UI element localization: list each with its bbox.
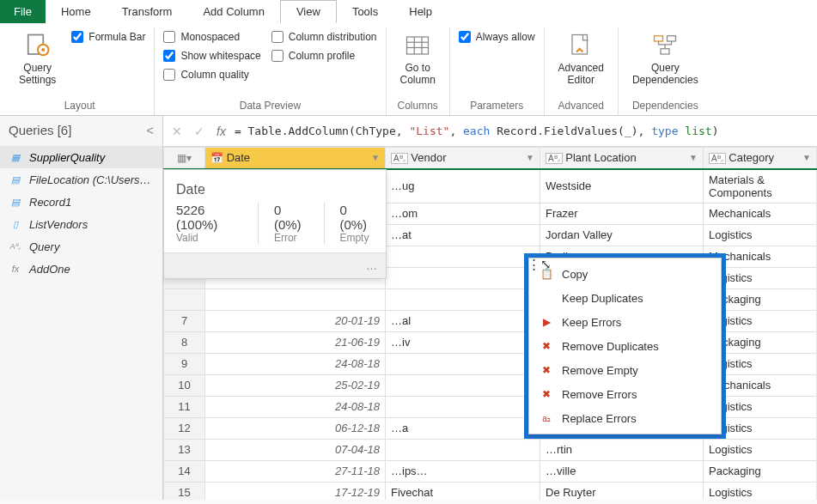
column-quality-check[interactable]: Column quality: [163, 69, 260, 81]
chevron-down-icon[interactable]: ▼: [526, 153, 534, 162]
row-number[interactable]: 14: [164, 460, 205, 482]
cell-plant[interactable]: …rtin: [540, 439, 704, 460]
monospaced-check[interactable]: Monospaced: [163, 31, 260, 43]
cell-date[interactable]: 06-12-18: [205, 417, 386, 439]
keep-dup-icon: [540, 291, 553, 305]
cell-date[interactable]: 25-02-19: [205, 374, 386, 396]
cell-plant[interactable]: De Ruyter: [540, 482, 704, 500]
col-header-date[interactable]: 📅 Date▼: [205, 148, 386, 169]
col-header-vendor[interactable]: Aᴮ꜀ Vendor▼: [386, 148, 540, 169]
ctx-keep-duplicates[interactable]: Keep Duplicates: [529, 286, 721, 310]
query-item-filelocation[interactable]: ▤ FileLocation (C:\Users…: [0, 168, 162, 191]
rownum-header[interactable]: ▦▾: [164, 148, 205, 169]
cell-vendor[interactable]: …at: [386, 224, 540, 246]
cell-date[interactable]: 17-12-19: [205, 482, 386, 500]
chevron-down-icon[interactable]: ▼: [371, 153, 380, 162]
cell-category[interactable]: Materials & Components: [704, 169, 817, 203]
col-header-plant[interactable]: Aᴮ꜀ Plant Location▼: [540, 148, 704, 169]
ctx-replace-errors[interactable]: a₂Replace Errors: [529, 406, 721, 430]
svg-rect-9: [655, 36, 663, 41]
cell-vendor[interactable]: [386, 267, 540, 288]
ctx-remove-errors[interactable]: ✖Remove Errors: [529, 382, 721, 406]
formula-bar-check[interactable]: Formula Bar: [71, 31, 145, 43]
query-item-record1[interactable]: ▤ Record1: [0, 191, 162, 213]
chevron-down-icon[interactable]: ▼: [689, 153, 698, 162]
cell-date[interactable]: 07-04-18: [205, 439, 386, 460]
ctx-remove-empty[interactable]: ✖Remove Empty: [529, 358, 721, 382]
stats-more-button[interactable]: …: [164, 252, 386, 278]
row-number[interactable]: 7: [164, 310, 205, 331]
row-number[interactable]: 15: [164, 482, 205, 500]
cell-plant[interactable]: Frazer: [540, 203, 704, 224]
cell-vendor[interactable]: …om: [386, 203, 540, 224]
chevron-down-icon[interactable]: ▼: [802, 153, 811, 162]
table-row[interactable]: 1517-12-19FivechatDe RuyterLogistics: [164, 482, 817, 500]
tab-help[interactable]: Help: [393, 0, 448, 23]
ctx-remove-duplicates[interactable]: ✖Remove Duplicates: [529, 334, 721, 358]
advanced-editor-button[interactable]: Advanced Editor: [553, 27, 609, 89]
column-distribution-check[interactable]: Column distribution: [271, 31, 377, 43]
query-settings-button[interactable]: Query Settings: [14, 27, 61, 89]
cell-vendor[interactable]: [386, 439, 540, 460]
cell-vendor[interactable]: [386, 396, 540, 417]
cell-date[interactable]: 24-08-18: [205, 353, 386, 374]
cell-date[interactable]: 21-06-19: [205, 331, 386, 353]
cell-plant[interactable]: Westside: [540, 169, 704, 203]
cell-vendor[interactable]: …ug: [386, 169, 540, 203]
column-profile-check[interactable]: Column profile: [271, 50, 377, 62]
formula-accept-icon[interactable]: ✓: [194, 124, 208, 138]
row-number[interactable]: 13: [164, 439, 205, 460]
tab-tools[interactable]: Tools: [337, 0, 393, 23]
cell-category[interactable]: Packaging: [704, 460, 817, 482]
tab-view[interactable]: View: [280, 0, 337, 23]
table-row[interactable]: 1307-04-18…rtinLogistics: [164, 439, 817, 460]
cell-vendor[interactable]: [386, 353, 540, 374]
query-item-query[interactable]: Aᴮ꜀ Query: [0, 235, 162, 258]
cell-date[interactable]: 27-11-18: [205, 460, 386, 482]
cell-plant[interactable]: …ville: [540, 460, 704, 482]
cell-vendor[interactable]: …a: [386, 417, 540, 439]
row-number[interactable]: 12: [164, 417, 205, 439]
row-number[interactable]: 10: [164, 374, 205, 396]
row-number[interactable]: [164, 288, 205, 310]
row-number[interactable]: 8: [164, 331, 205, 353]
cell-category[interactable]: Logistics: [704, 224, 817, 246]
fx-icon[interactable]: fx: [216, 124, 226, 138]
ctx-keep-errors[interactable]: ▶Keep Errors: [529, 310, 721, 334]
cell-vendor[interactable]: [386, 374, 540, 396]
query-dependencies-button[interactable]: Query Dependencies: [627, 27, 704, 89]
query-item-supplierquality[interactable]: ▦ SupplierQuality: [0, 146, 162, 168]
cell-vendor[interactable]: …ips…: [386, 460, 540, 482]
collapse-panel-icon[interactable]: <: [146, 123, 154, 137]
cell-vendor[interactable]: …al: [386, 310, 540, 331]
query-item-addone[interactable]: fx AddOne: [0, 258, 162, 280]
cell-vendor[interactable]: [386, 246, 540, 267]
formula-bar: ✕ ✓ fx = Table.AddColumn(ChType, "List",…: [163, 116, 817, 147]
row-number[interactable]: 9: [164, 353, 205, 374]
show-whitespace-check[interactable]: Show whitespace: [163, 50, 260, 62]
ctx-copy[interactable]: 📋Copy: [529, 262, 721, 286]
cell-date[interactable]: 20-01-19: [205, 310, 386, 331]
cell-category[interactable]: Logistics: [704, 439, 817, 460]
keep-err-icon: ▶: [540, 315, 553, 329]
col-header-category[interactable]: Aᴮ꜀ Category▼: [704, 148, 817, 169]
cell-vendor[interactable]: [386, 288, 540, 310]
tab-home[interactable]: Home: [46, 0, 107, 23]
always-allow-check[interactable]: Always allow: [459, 31, 535, 43]
cell-vendor[interactable]: …iv: [386, 331, 540, 353]
tab-transform[interactable]: Transform: [107, 0, 188, 23]
tab-add-column[interactable]: Add Column: [187, 0, 280, 23]
cell-vendor[interactable]: Fivechat: [386, 482, 540, 500]
tab-file[interactable]: File: [0, 0, 46, 23]
cell-date[interactable]: 24-08-18: [205, 396, 386, 417]
query-item-listvendors[interactable]: ▯ ListVendors: [0, 213, 162, 235]
formula-text[interactable]: = Table.AddColumn(ChType, "List", each R…: [235, 124, 719, 137]
cell-category[interactable]: Logistics: [704, 482, 817, 500]
goto-column-button[interactable]: Go to Column: [395, 27, 441, 89]
cell-date[interactable]: [205, 288, 386, 310]
row-number[interactable]: 11: [164, 396, 205, 417]
cell-category[interactable]: Mechanicals: [704, 203, 817, 224]
cell-plant[interactable]: Jordan Valley: [540, 224, 704, 246]
table-row[interactable]: 1427-11-18…ips……villePackaging: [164, 460, 817, 482]
formula-cancel-icon[interactable]: ✕: [172, 124, 186, 138]
